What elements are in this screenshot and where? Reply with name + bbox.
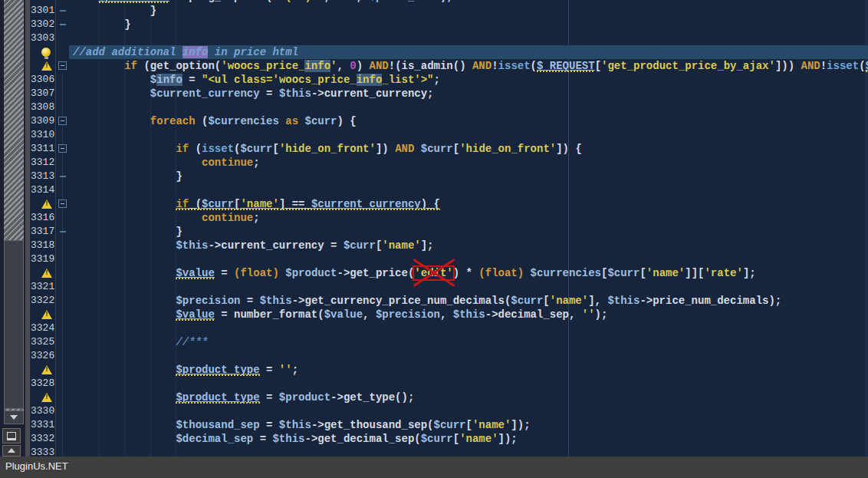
line-number: 3318: [31, 239, 54, 252]
code-text: }: [73, 18, 131, 31]
code-line: 3311 if (isset($curr['hide_on_front']) A…: [31, 142, 868, 156]
line-number: 3307: [31, 87, 54, 101]
code-text: $value = (float) $product->get_price('ed…: [73, 266, 756, 280]
status-bar-text: PluginUs.NET: [5, 457, 68, 476]
code-line: 3325 //***: [31, 335, 868, 349]
line-number: 3332: [31, 432, 54, 446]
code-text: }: [73, 225, 182, 239]
code-text: //add additional info in price html: [73, 45, 298, 59]
fold-end-marker: [60, 24, 66, 25]
line-number: 3309: [31, 114, 54, 128]
lightbulb-icon[interactable]: [41, 48, 51, 57]
code-text: $thousand_sep = $this->get_thousand_sep(…: [73, 418, 531, 432]
line-number: 3312: [31, 156, 54, 170]
red-x-annotation: 'edit': [414, 267, 452, 279]
code-line: 3332 $decimal_sep = $this->get_decimal_s…: [31, 432, 868, 446]
code-line: 3318 $this->current_currency = $curr['na…: [31, 239, 868, 252]
code-line: 3322 $precision = $this->get_currency_pr…: [31, 294, 868, 308]
warning-icon[interactable]: !: [41, 310, 52, 319]
code-text: foreach ($currencies as $curr) {: [73, 114, 357, 128]
warning-icon[interactable]: !: [41, 393, 52, 402]
code-text: if ($curr['name'] == $current_currency) …: [73, 197, 440, 211]
line-number: 3301: [31, 4, 54, 18]
line-number: 3314: [31, 183, 54, 197]
code-line: 3321: [31, 280, 868, 294]
restore-panel-button[interactable]: [2, 428, 21, 443]
code-line: ! $value = number_format($value, $precis…: [31, 308, 868, 321]
code-text: $info = "<ul class='woocs_price_info_lis…: [73, 73, 440, 87]
code-text: $value = number_format($value, $precisio…: [73, 308, 607, 321]
code-line: 3301 }: [31, 4, 868, 18]
fold-end-marker: [60, 176, 66, 177]
fold-collapse-marker[interactable]: [58, 199, 67, 208]
code-line: ! $value = (float) $product->get_price('…: [31, 266, 868, 280]
status-bar: PluginUs.NET: [0, 457, 868, 478]
line-number: 3303: [31, 31, 54, 45]
code-text: if (isset($curr['hide_on_front']) AND $c…: [73, 142, 582, 156]
line-number: 3311: [31, 142, 54, 156]
code-line: 3331 $thousand_sep = $this->get_thousand…: [31, 418, 868, 432]
vertical-scrollbar: [0, 0, 31, 457]
line-number: 3317: [31, 225, 54, 239]
code-area[interactable]: 3300 $price_html = preg_replace('/(\d)/'…: [31, 0, 868, 460]
scroll-down-button[interactable]: [4, 410, 24, 424]
line-number: 3319: [31, 252, 54, 266]
code-line: 3317 }: [31, 225, 868, 239]
code-line: //add additional info in price html: [31, 45, 868, 59]
warning-icon[interactable]: !: [41, 365, 52, 374]
line-number: 3326: [31, 349, 54, 363]
code-line: 3312 continue;: [31, 156, 868, 170]
code-editor-window: 3300 $price_html = preg_replace('/(\d)/'…: [0, 0, 868, 478]
code-line: 3314: [31, 183, 868, 197]
line-number: 3322: [31, 294, 54, 308]
warning-icon[interactable]: !: [41, 269, 52, 278]
code-line: 3302 }: [31, 18, 868, 31]
fold-end-marker: [60, 10, 66, 12]
code-text: }: [73, 170, 182, 183]
code-text: if (get_option('woocs_price_info', 0) AN…: [73, 59, 868, 73]
scrollbar-bevel: [25, 0, 31, 457]
code-text: $product_type = '';: [73, 363, 298, 377]
warning-icon[interactable]: !: [41, 61, 52, 71]
code-line: ! $product_type = '';: [31, 363, 868, 377]
code-text: $decimal_sep = $this->get_decimal_sep($c…: [73, 432, 518, 446]
code-line: ! if (get_option('woocs_price_info', 0) …: [31, 59, 868, 73]
code-text: $current_currency = $this->current_curre…: [73, 87, 434, 101]
line-number: 3331: [31, 418, 54, 432]
line-number: 3310: [31, 128, 54, 142]
scrollbar-thumb[interactable]: [4, 240, 24, 409]
line-number: 3328: [31, 377, 54, 391]
code-line: 3306 $info = "<ul class='woocs_price_inf…: [31, 73, 868, 87]
code-line: 3303: [31, 31, 868, 45]
code-line: 3328: [31, 377, 868, 391]
code-line: 3307 $current_currency = $this->current_…: [31, 87, 868, 101]
fold-collapse-marker[interactable]: [58, 144, 67, 153]
line-number: 3306: [31, 73, 54, 87]
fold-collapse-marker[interactable]: [58, 117, 67, 125]
line-number: 3324: [31, 321, 54, 335]
code-text: continue;: [73, 156, 260, 170]
warning-icon[interactable]: !: [41, 199, 52, 209]
code-line: ! if ($curr['name'] == $current_currency…: [31, 197, 868, 211]
fold-end-marker: [60, 231, 66, 232]
code-line: 3330: [31, 404, 868, 418]
line-number: 3313: [31, 170, 54, 183]
code-line: 3308: [31, 101, 868, 114]
code-text: //***: [73, 335, 208, 349]
code-line: 3313 }: [31, 170, 868, 183]
line-number: 3308: [31, 101, 54, 114]
code-line: 3324: [31, 321, 868, 335]
code-line: 3326: [31, 349, 868, 363]
line-number: 3302: [31, 18, 54, 31]
code-text: $precision = $this->get_currency_price_n…: [73, 294, 781, 308]
scroll-up-button[interactable]: [2, 445, 21, 457]
code-line: 3309 foreach ($currencies as $curr) {: [31, 114, 868, 128]
code-text: }: [73, 4, 156, 18]
line-number: 3325: [31, 335, 54, 349]
line-number: 3330: [31, 404, 54, 418]
code-line: 3316 continue;: [31, 211, 868, 225]
fold-collapse-marker[interactable]: [58, 61, 67, 70]
code-text: continue;: [73, 211, 260, 225]
line-number: 3316: [31, 211, 54, 225]
line-number: 3321: [31, 280, 54, 294]
